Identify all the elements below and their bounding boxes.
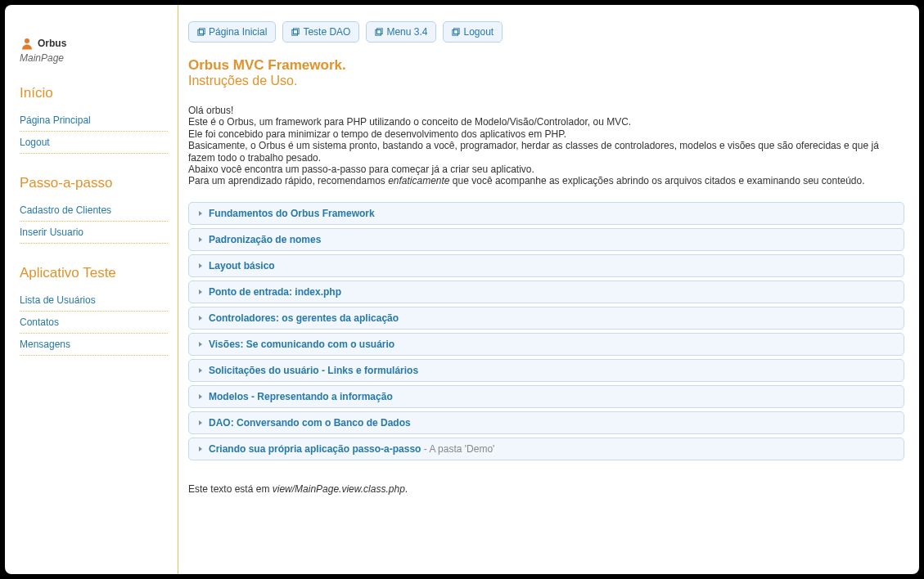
chevron-right-icon	[197, 367, 204, 374]
nav-link-mensagens[interactable]: Mensagens	[20, 334, 168, 356]
button-label: Logout	[463, 26, 494, 38]
intro-line: Basicamente, o Orbus é um sistema pronto…	[188, 140, 904, 164]
nav-section-inicio: Início Página Principal Logout	[20, 85, 168, 154]
nav-link-inserir-usuario[interactable]: Inserir Usuario	[20, 222, 168, 244]
accordion-item-layout[interactable]: Layout básico	[188, 254, 904, 277]
intro-em: enfaticamente	[388, 175, 449, 186]
button-label: Menu 3.4	[386, 26, 427, 38]
chevron-right-icon	[197, 289, 204, 295]
logo-text: Orbus	[38, 38, 66, 49]
logo-row: Orbus	[20, 36, 168, 51]
sidebar: Orbus MainPage Início Página Principal L…	[5, 5, 178, 574]
chevron-right-icon	[197, 420, 204, 426]
accordion-title: DAO: Conversando com o Banco de Dados	[209, 417, 411, 429]
nav-link-logout[interactable]: Logout	[20, 132, 168, 154]
accordion-title: Modelos - Representando a informação	[209, 391, 393, 402]
svg-rect-6	[377, 29, 383, 34]
nav-link-contatos[interactable]: Contatos	[20, 312, 168, 334]
intro-line: Este é o Orbus, um framework para PHP ut…	[188, 116, 904, 128]
footnote-path: view/MainPage.view.class.php	[273, 483, 405, 495]
toolbar: Página Inicial Teste DAO Menu 3.4 Logout	[188, 21, 904, 43]
svg-rect-8	[454, 29, 460, 34]
svg-rect-2	[200, 29, 205, 34]
chevron-right-icon	[197, 236, 204, 243]
app-window: Orbus MainPage Início Página Principal L…	[5, 5, 919, 574]
intro-text: Olá orbus! Este é o Orbus, um framework …	[188, 105, 904, 187]
accordion-title: Visões: Se comunicando com o usuário	[209, 339, 394, 350]
user-icon	[20, 36, 34, 51]
nav-link-lista-usuarios[interactable]: Lista de Usuários	[20, 290, 168, 312]
accordion-title: Fundamentos do Orbus Framework	[209, 208, 375, 219]
svg-rect-5	[376, 30, 381, 36]
newwin-icon	[197, 28, 205, 36]
chevron-right-icon	[197, 263, 204, 269]
accordion-item-padronizacao[interactable]: Padronização de nomes	[188, 228, 904, 251]
nav-section-title: Passo-a-passo	[20, 175, 168, 191]
svg-point-0	[25, 38, 29, 43]
chevron-right-icon	[197, 210, 204, 217]
nav-section-aplicativo: Aplicativo Teste Lista de Usuários Conta…	[20, 265, 168, 356]
page-title: Orbus MVC Framework.	[188, 57, 904, 74]
accordion-title: Ponto de entrada: index.php	[209, 286, 341, 298]
accordion-title: Layout básico	[209, 260, 275, 272]
button-label: Página Inicial	[209, 26, 267, 38]
intro-line: Para um aprendizado rápido, recomendamos…	[188, 175, 904, 186]
chevron-right-icon	[197, 341, 204, 348]
accordion-item-modelos[interactable]: Modelos - Representando a informação	[188, 385, 904, 408]
accordion-item-fundamentos[interactable]: Fundamentos do Orbus Framework	[188, 202, 904, 225]
svg-rect-3	[292, 30, 298, 36]
newwin-icon	[375, 28, 383, 36]
accordion-item-index[interactable]: Ponto de entrada: index.php	[188, 281, 904, 303]
intro-line: Abaixo você encontra um passo-a-passo pa…	[188, 164, 904, 175]
teste-dao-button[interactable]: Teste DAO	[282, 21, 359, 43]
accordion-item-dao[interactable]: DAO: Conversando com o Banco de Dados	[188, 411, 904, 434]
nav-section-title: Aplicativo Teste	[20, 265, 168, 281]
accordion-item-solicitacoes[interactable]: Solicitações do usuário - Links e formul…	[188, 359, 904, 382]
nav-section-passo: Passo-a-passo Cadastro de Clientes Inser…	[20, 175, 168, 244]
nav-link-cadastro-clientes[interactable]: Cadastro de Clientes	[20, 200, 168, 222]
accordion-title: Controladores: os gerentes da aplicação	[209, 312, 399, 324]
chevron-right-icon	[197, 393, 204, 400]
chevron-right-icon	[197, 315, 204, 321]
chevron-right-icon	[197, 446, 204, 452]
accordion-title: Solicitações do usuário - Links e formul…	[209, 365, 418, 376]
accordion-item-visoes[interactable]: Visões: Se comunicando com o usuário	[188, 333, 904, 356]
nav-section-title: Início	[20, 85, 168, 101]
svg-rect-1	[198, 30, 204, 36]
intro-line: Olá orbus!	[188, 105, 904, 116]
accordion-title: Criando sua própria aplicação passo-a-pa…	[209, 443, 494, 455]
intro-span: que você acompanhe as explicações abrind…	[450, 175, 865, 186]
newwin-icon	[291, 28, 300, 36]
intro-span: Para um aprendizado rápido, recomendamos	[188, 175, 388, 186]
nav-link-pagina-principal[interactable]: Página Principal	[20, 110, 168, 132]
footnote-text: .	[405, 483, 408, 495]
button-label: Teste DAO	[303, 26, 350, 38]
logo-subtitle: MainPage	[20, 52, 168, 64]
main-content: Página Inicial Teste DAO Menu 3.4 Logout…	[178, 5, 919, 574]
svg-rect-4	[294, 29, 300, 34]
logout-button[interactable]: Logout	[443, 21, 503, 43]
accordion-title: Padronização de nomes	[209, 234, 321, 245]
accordion-item-controladores[interactable]: Controladores: os gerentes da aplicação	[188, 307, 904, 330]
svg-rect-7	[453, 30, 458, 36]
footnote-text: Este texto está em	[188, 483, 273, 495]
page-subtitle: Instruções de Uso.	[188, 74, 904, 88]
intro-line: Ele foi concebido para minimizar o tempo…	[188, 128, 904, 140]
accordion-item-criando[interactable]: Criando sua própria aplicação passo-a-pa…	[188, 438, 904, 460]
accordion: Fundamentos do Orbus Framework Padroniza…	[188, 202, 904, 460]
newwin-icon	[452, 28, 460, 36]
menu-34-button[interactable]: Menu 3.4	[366, 21, 436, 43]
footnote: Este texto está em view/MainPage.view.cl…	[188, 483, 904, 495]
pagina-inicial-button[interactable]: Página Inicial	[188, 21, 276, 43]
